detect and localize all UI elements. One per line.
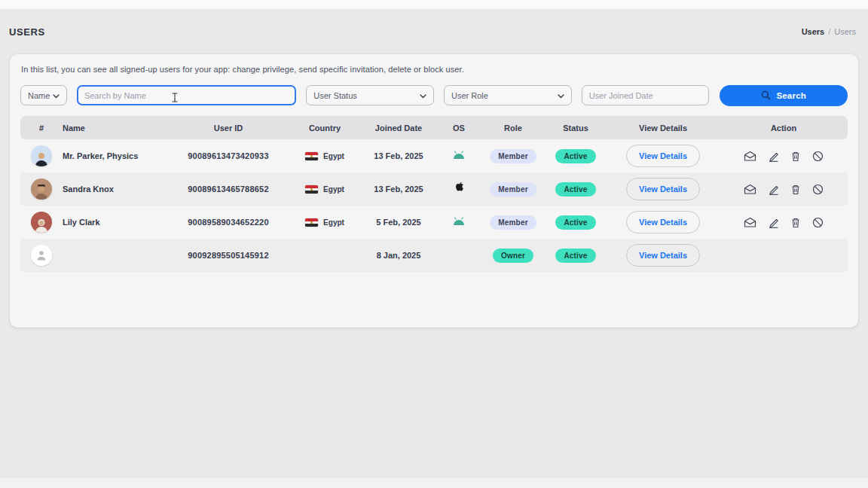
egypt-flag-icon	[305, 218, 318, 227]
user-status-select[interactable]: User Status	[306, 85, 434, 105]
edit-icon[interactable]	[768, 184, 779, 195]
avatar[interactable]	[31, 212, 52, 233]
breadcrumb-current: Users	[834, 27, 856, 36]
delete-icon[interactable]	[790, 217, 801, 228]
role-badge: Member	[490, 149, 536, 163]
role-badge: Member	[490, 215, 536, 230]
avatar-placeholder[interactable]	[31, 245, 52, 266]
breadcrumb-separator: /	[828, 27, 830, 36]
avatar[interactable]	[31, 178, 52, 200]
chevron-down-icon	[420, 91, 426, 100]
page-title: USERS	[9, 26, 45, 38]
avatar[interactable]	[31, 145, 52, 166]
country-name: Egypt	[323, 185, 344, 194]
table-row: 90092895505145912 8 Jan, 2025 Owner Acti…	[20, 239, 848, 272]
delete-icon[interactable]	[790, 184, 801, 195]
egypt-flag-icon	[305, 185, 318, 194]
search-button[interactable]: Search	[720, 85, 848, 106]
user-id: 90089613473420933	[168, 151, 289, 160]
chevron-down-icon	[558, 91, 564, 100]
search-input[interactable]	[78, 87, 295, 104]
view-details-button[interactable]: View Details	[626, 145, 700, 167]
joined-date-field-wrap	[582, 85, 710, 105]
users-panel: In this list, you can see all signed-up …	[10, 54, 858, 328]
role-badge: Owner	[493, 249, 533, 263]
col-header-action: Action	[720, 124, 848, 133]
col-header-name: Name	[63, 124, 168, 133]
delete-icon[interactable]	[790, 151, 801, 162]
col-header-role: Role	[481, 124, 545, 133]
col-header-status: Status	[545, 124, 607, 133]
edit-icon[interactable]	[768, 151, 779, 162]
status-badge: Active	[555, 249, 595, 263]
table-header-row: # Name User ID Country Joined Date OS Ro…	[20, 116, 848, 139]
col-header-joined-date: Joined Date	[361, 124, 436, 133]
status-badge: Active	[555, 149, 595, 163]
col-header-os: OS	[436, 124, 481, 133]
chevron-down-icon	[53, 91, 60, 100]
col-header-index: #	[20, 124, 63, 133]
bottom-strip	[0, 478, 868, 488]
search-icon	[761, 90, 771, 102]
table-row: Sandra Knox 90089613465788652 Egypt 13 F…	[20, 172, 848, 206]
table-row: Lily Clark 90089589034652220 Egypt 5 Feb…	[20, 206, 848, 239]
view-details-button[interactable]: View Details	[626, 244, 700, 267]
user-name: Sandra Knox	[63, 185, 168, 194]
block-icon[interactable]	[812, 184, 824, 195]
breadcrumb: Users / Users	[802, 27, 856, 36]
invite-mail-icon[interactable]	[744, 217, 756, 228]
joined-date: 5 Feb, 2025	[361, 218, 436, 227]
user-id: 90089589034652220	[168, 218, 289, 227]
top-strip	[0, 0, 868, 9]
text-cursor	[172, 92, 178, 105]
search-input-wrap	[77, 85, 296, 105]
user-status-select-value: User Status	[313, 91, 356, 100]
country-name: Egypt	[323, 218, 344, 227]
col-header-user-id: User ID	[168, 124, 289, 133]
search-button-label: Search	[776, 91, 806, 100]
joined-date: 8 Jan, 2025	[361, 251, 436, 260]
android-icon	[452, 217, 466, 227]
user-role-select[interactable]: User Role	[444, 85, 572, 105]
user-role-select-value: User Role	[451, 91, 488, 100]
filter-bar: Name User Status User Role	[20, 85, 848, 105]
joined-date: 13 Feb, 2025	[361, 151, 436, 160]
panel-description: In this list, you can see all signed-up …	[21, 65, 848, 74]
view-details-button[interactable]: View Details	[626, 178, 700, 200]
android-icon	[452, 151, 466, 161]
user-name: Mr. Parker, Physics	[63, 151, 168, 160]
col-header-view-details: View Details	[607, 124, 720, 133]
edit-icon[interactable]	[768, 217, 779, 228]
role-badge: Member	[490, 182, 536, 197]
search-field-dropdown-value: Name	[28, 91, 50, 100]
user-id: 90089613465788652	[168, 185, 289, 194]
page-header: USERS Users / Users	[0, 9, 868, 54]
col-header-country: Country	[289, 124, 361, 133]
search-field-dropdown[interactable]: Name	[20, 85, 67, 105]
country-name: Egypt	[323, 152, 344, 160]
apple-icon	[454, 182, 464, 196]
invite-mail-icon[interactable]	[744, 151, 756, 162]
table-row: Mr. Parker, Physics 90089613473420933 Eg…	[20, 139, 848, 172]
block-icon[interactable]	[812, 217, 824, 228]
status-badge: Active	[555, 215, 595, 230]
joined-date-field[interactable]	[589, 86, 702, 105]
egypt-flag-icon	[305, 152, 318, 160]
block-icon[interactable]	[812, 151, 824, 162]
invite-mail-icon[interactable]	[744, 184, 756, 195]
view-details-button[interactable]: View Details	[626, 211, 700, 233]
user-name: Lily Clark	[63, 218, 168, 227]
breadcrumb-root[interactable]: Users	[802, 27, 825, 36]
users-table: # Name User ID Country Joined Date OS Ro…	[20, 116, 848, 272]
user-id: 90092895505145912	[168, 251, 289, 260]
status-badge: Active	[555, 182, 595, 197]
joined-date: 13 Feb, 2025	[361, 185, 436, 194]
